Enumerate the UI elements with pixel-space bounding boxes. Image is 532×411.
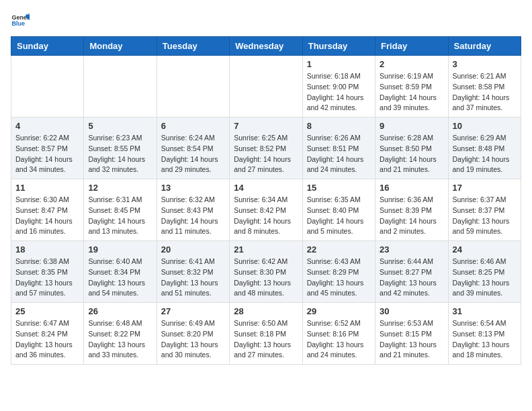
calendar-cell: 20Sunrise: 6:41 AM Sunset: 8:32 PM Dayli…: [157, 241, 229, 303]
day-info: Sunrise: 6:41 AM Sunset: 8:32 PM Dayligh…: [161, 257, 225, 299]
calendar-cell: 15Sunrise: 6:35 AM Sunset: 8:40 PM Dayli…: [302, 179, 375, 241]
weekday-header: Friday: [375, 37, 448, 56]
calendar-week: 1Sunrise: 6:18 AM Sunset: 9:00 PM Daylig…: [11, 56, 521, 118]
calendar-cell: [84, 56, 157, 118]
day-info: Sunrise: 6:50 AM Sunset: 8:18 PM Dayligh…: [234, 318, 298, 361]
day-info: Sunrise: 6:54 AM Sunset: 8:13 PM Dayligh…: [453, 318, 517, 361]
logo: General Blue: [11, 11, 30, 30]
calendar-cell: 19Sunrise: 6:40 AM Sunset: 8:34 PM Dayli…: [84, 241, 157, 303]
day-number: 2: [380, 59, 443, 69]
calendar-cell: 26Sunrise: 6:48 AM Sunset: 8:22 PM Dayli…: [84, 303, 157, 365]
calendar-cell: 13Sunrise: 6:32 AM Sunset: 8:43 PM Dayli…: [157, 179, 229, 241]
day-number: 26: [88, 306, 152, 316]
day-number: 20: [161, 244, 225, 255]
svg-text:Blue: Blue: [11, 20, 25, 27]
day-number: 9: [380, 121, 443, 131]
day-info: Sunrise: 6:30 AM Sunset: 8:47 PM Dayligh…: [15, 195, 79, 237]
calendar-cell: 12Sunrise: 6:31 AM Sunset: 8:45 PM Dayli…: [84, 179, 157, 241]
day-number: 13: [161, 183, 225, 193]
day-info: Sunrise: 6:34 AM Sunset: 8:42 PM Dayligh…: [234, 195, 298, 237]
day-number: 11: [15, 183, 79, 193]
calendar-cell: 25Sunrise: 6:47 AM Sunset: 8:24 PM Dayli…: [11, 303, 84, 365]
calendar-cell: 28Sunrise: 6:50 AM Sunset: 8:18 PM Dayli…: [230, 303, 302, 365]
calendar-cell: 3Sunrise: 6:21 AM Sunset: 8:58 PM Daylig…: [448, 56, 521, 118]
calendar-cell: [11, 56, 84, 118]
header: General Blue: [11, 11, 521, 30]
calendar-cell: 14Sunrise: 6:34 AM Sunset: 8:42 PM Dayli…: [230, 179, 302, 241]
calendar-cell: 5Sunrise: 6:23 AM Sunset: 8:55 PM Daylig…: [84, 118, 157, 179]
day-number: 7: [234, 121, 298, 131]
calendar-cell: 16Sunrise: 6:36 AM Sunset: 8:39 PM Dayli…: [375, 179, 448, 241]
day-number: 30: [380, 306, 443, 316]
day-number: 24: [453, 244, 517, 255]
calendar-cell: 29Sunrise: 6:52 AM Sunset: 8:16 PM Dayli…: [302, 303, 375, 365]
calendar-cell: 22Sunrise: 6:43 AM Sunset: 8:29 PM Dayli…: [302, 241, 375, 303]
day-info: Sunrise: 6:24 AM Sunset: 8:54 PM Dayligh…: [161, 133, 225, 175]
day-info: Sunrise: 6:31 AM Sunset: 8:45 PM Dayligh…: [88, 195, 152, 237]
day-info: Sunrise: 6:22 AM Sunset: 8:57 PM Dayligh…: [15, 133, 79, 175]
day-number: 16: [380, 183, 443, 193]
day-number: 25: [15, 306, 79, 316]
day-number: 28: [234, 306, 298, 316]
day-number: 29: [307, 306, 371, 316]
day-number: 21: [234, 244, 298, 255]
calendar-cell: 2Sunrise: 6:19 AM Sunset: 8:59 PM Daylig…: [375, 56, 448, 118]
weekday-row: SundayMondayTuesdayWednesdayThursdayFrid…: [11, 37, 521, 56]
day-info: Sunrise: 6:42 AM Sunset: 8:30 PM Dayligh…: [234, 257, 298, 299]
day-info: Sunrise: 6:28 AM Sunset: 8:50 PM Dayligh…: [380, 133, 443, 175]
calendar-cell: 6Sunrise: 6:24 AM Sunset: 8:54 PM Daylig…: [157, 118, 229, 179]
day-number: 23: [380, 244, 443, 255]
weekday-header: Sunday: [11, 37, 84, 56]
weekday-header: Saturday: [448, 37, 521, 56]
calendar-cell: 8Sunrise: 6:26 AM Sunset: 8:51 PM Daylig…: [302, 118, 375, 179]
calendar-cell: [230, 56, 302, 118]
weekday-header: Wednesday: [230, 37, 302, 56]
calendar-cell: 18Sunrise: 6:38 AM Sunset: 8:35 PM Dayli…: [11, 241, 84, 303]
day-info: Sunrise: 6:35 AM Sunset: 8:40 PM Dayligh…: [307, 195, 371, 237]
weekday-header: Thursday: [302, 37, 375, 56]
logo-icon: General Blue: [11, 11, 30, 30]
day-number: 3: [453, 59, 517, 69]
calendar-cell: 24Sunrise: 6:46 AM Sunset: 8:25 PM Dayli…: [448, 241, 521, 303]
calendar-cell: 4Sunrise: 6:22 AM Sunset: 8:57 PM Daylig…: [11, 118, 84, 179]
calendar-week: 4Sunrise: 6:22 AM Sunset: 8:57 PM Daylig…: [11, 118, 521, 179]
day-number: 22: [307, 244, 371, 255]
day-info: Sunrise: 6:26 AM Sunset: 8:51 PM Dayligh…: [307, 133, 371, 175]
day-number: 4: [15, 121, 79, 131]
calendar-cell: 10Sunrise: 6:29 AM Sunset: 8:48 PM Dayli…: [448, 118, 521, 179]
day-number: 6: [161, 121, 225, 131]
calendar-cell: 27Sunrise: 6:49 AM Sunset: 8:20 PM Dayli…: [157, 303, 229, 365]
calendar: SundayMondayTuesdayWednesdayThursdayFrid…: [11, 36, 521, 365]
day-number: 8: [307, 121, 371, 131]
day-info: Sunrise: 6:40 AM Sunset: 8:34 PM Dayligh…: [88, 257, 152, 299]
day-number: 14: [234, 183, 298, 193]
calendar-cell: 31Sunrise: 6:54 AM Sunset: 8:13 PM Dayli…: [448, 303, 521, 365]
day-info: Sunrise: 6:46 AM Sunset: 8:25 PM Dayligh…: [453, 257, 517, 299]
calendar-week: 25Sunrise: 6:47 AM Sunset: 8:24 PM Dayli…: [11, 303, 521, 365]
day-number: 15: [307, 183, 371, 193]
calendar-cell: 9Sunrise: 6:28 AM Sunset: 8:50 PM Daylig…: [375, 118, 448, 179]
day-number: 5: [88, 121, 152, 131]
day-info: Sunrise: 6:25 AM Sunset: 8:52 PM Dayligh…: [234, 133, 298, 175]
day-info: Sunrise: 6:43 AM Sunset: 8:29 PM Dayligh…: [307, 257, 371, 299]
day-info: Sunrise: 6:47 AM Sunset: 8:24 PM Dayligh…: [15, 318, 79, 361]
day-number: 18: [15, 244, 79, 255]
day-info: Sunrise: 6:49 AM Sunset: 8:20 PM Dayligh…: [161, 318, 225, 361]
day-info: Sunrise: 6:44 AM Sunset: 8:27 PM Dayligh…: [380, 257, 443, 299]
day-info: Sunrise: 6:21 AM Sunset: 8:58 PM Dayligh…: [453, 71, 517, 113]
weekday-header: Tuesday: [157, 37, 229, 56]
day-info: Sunrise: 6:32 AM Sunset: 8:43 PM Dayligh…: [161, 195, 225, 237]
calendar-body: 1Sunrise: 6:18 AM Sunset: 9:00 PM Daylig…: [11, 56, 521, 365]
day-number: 10: [453, 121, 517, 131]
calendar-cell: 11Sunrise: 6:30 AM Sunset: 8:47 PM Dayli…: [11, 179, 84, 241]
day-number: 12: [88, 183, 152, 193]
day-info: Sunrise: 6:36 AM Sunset: 8:39 PM Dayligh…: [380, 195, 443, 237]
calendar-cell: 23Sunrise: 6:44 AM Sunset: 8:27 PM Dayli…: [375, 241, 448, 303]
day-number: 27: [161, 306, 225, 316]
day-number: 1: [307, 59, 371, 69]
calendar-cell: 1Sunrise: 6:18 AM Sunset: 9:00 PM Daylig…: [302, 56, 375, 118]
day-info: Sunrise: 6:52 AM Sunset: 8:16 PM Dayligh…: [307, 318, 371, 361]
calendar-cell: 17Sunrise: 6:37 AM Sunset: 8:37 PM Dayli…: [448, 179, 521, 241]
day-number: 19: [88, 244, 152, 255]
day-info: Sunrise: 6:38 AM Sunset: 8:35 PM Dayligh…: [15, 257, 79, 299]
